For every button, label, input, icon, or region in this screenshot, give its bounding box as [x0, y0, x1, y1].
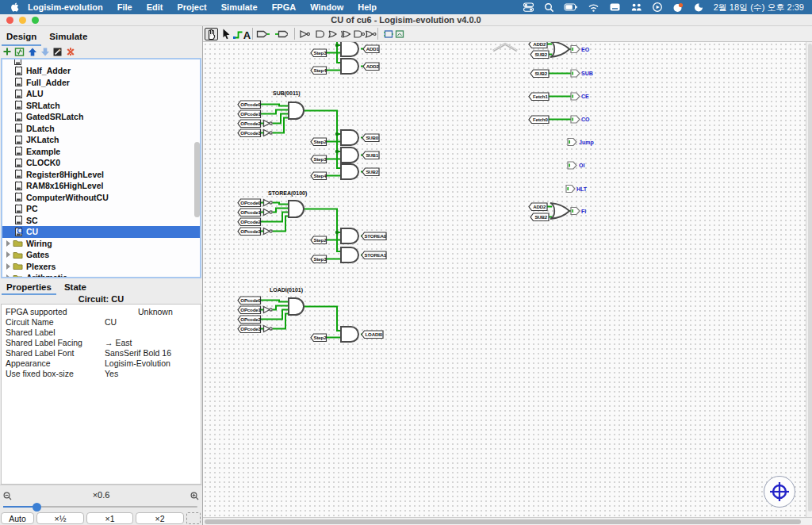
sidebar-item-register8highlevel[interactable]: Register8HighLevel: [2, 169, 200, 181]
wifi-icon[interactable]: [588, 2, 599, 13]
menu-item-fpga[interactable]: FPGA: [272, 2, 297, 12]
sidebar-item-dlatch[interactable]: DLatch: [2, 123, 200, 135]
zoom-slider-thumb[interactable]: [33, 503, 41, 512]
and-gate[interactable]: [341, 228, 358, 243]
wire[interactable]: [260, 301, 289, 302]
wire[interactable]: [304, 209, 341, 252]
or-gate[interactable]: [550, 203, 569, 219]
zoom-button-Auto[interactable]: Auto: [1, 512, 34, 524]
wire[interactable]: [260, 105, 289, 106]
sidebar-item-example[interactable]: Example: [2, 146, 200, 158]
and-gate[interactable]: [341, 148, 358, 163]
or-gate[interactable]: [550, 42, 569, 57]
canvas-vertical-scrollbar[interactable]: [806, 42, 812, 517]
edit-appearance-button[interactable]: [52, 46, 63, 58]
apple-icon[interactable]: [10, 2, 20, 13]
expand-arrow-icon[interactable]: [6, 274, 10, 278]
zoom-to-fit-button[interactable]: [764, 476, 795, 508]
sidebar-folder-wiring[interactable]: Wiring: [2, 238, 200, 250]
property-value[interactable]: → East: [105, 338, 132, 347]
move-down-button[interactable]: [40, 46, 50, 58]
property-value[interactable]: Unknown: [138, 307, 173, 316]
notification-badge-icon[interactable]: [672, 2, 684, 13]
not-gate[interactable]: [264, 228, 270, 235]
zoom-button-1[interactable]: ×1: [86, 512, 133, 524]
sidebar-item-gatedsrlatch[interactable]: GatedSRLatch: [2, 111, 200, 123]
tab-design[interactable]: Design: [0, 29, 43, 45]
play-circle-icon[interactable]: [652, 2, 663, 13]
canvas-horizontal-scrollbar[interactable]: [203, 517, 812, 525]
poke-tool[interactable]: [205, 28, 218, 40]
property-value[interactable]: CU: [105, 317, 117, 327]
zoom-slider[interactable]: [3, 506, 197, 508]
zoom-button-[interactable]: ×½: [36, 512, 84, 524]
or-gate-tool[interactable]: [327, 28, 340, 40]
sidebar-item-full_adder[interactable]: Full_Adder: [2, 77, 200, 89]
property-value[interactable]: SansSerif Bold 16: [105, 348, 171, 358]
sidebar-folder-arithmetic[interactable]: Arithmetic: [2, 272, 200, 278]
menu-item-project[interactable]: Project: [177, 2, 206, 12]
control-center-icon[interactable]: [523, 2, 534, 13]
menu-clock[interactable]: 2월 18일 (수) 오후 2:39: [714, 2, 804, 13]
property-value[interactable]: Yes: [105, 369, 118, 378]
sidebar-item-ram8x16highlevel[interactable]: RAM8x16HighLevel: [2, 180, 200, 192]
tab-simulate[interactable]: Simulate: [43, 29, 94, 45]
minimize-window-button[interactable]: [19, 17, 26, 24]
sidebar-item-sc[interactable]: SC: [2, 215, 200, 227]
menu-item-edit[interactable]: Edit: [147, 2, 163, 12]
sidebar-folder-plexers[interactable]: Plexers: [2, 261, 200, 273]
property-row[interactable]: Use fixed box-sizeYes: [2, 369, 201, 379]
tab-state[interactable]: State: [58, 280, 93, 294]
not-gate[interactable]: [264, 200, 270, 206]
property-row[interactable]: Shared Label: [2, 328, 201, 338]
idle-wire-shape[interactable]: [493, 44, 517, 52]
sidebar-item-computerwithoutcu[interactable]: ComputerWithoutCU: [2, 192, 200, 204]
move-up-button[interactable]: [27, 46, 37, 58]
not-gate-tool[interactable]: [299, 28, 312, 40]
not-gate[interactable]: [264, 209, 270, 216]
zoom-window-button[interactable]: [32, 17, 39, 24]
and-gate-4input[interactable]: [289, 298, 304, 315]
and-gate[interactable]: [341, 327, 358, 342]
keyboard-icon[interactable]: [609, 2, 621, 13]
not-gate[interactable]: [264, 130, 270, 136]
property-row[interactable]: FPGA supportedUnknown: [2, 307, 201, 317]
and-gate[interactable]: [341, 59, 358, 74]
appearance-tool[interactable]: [393, 28, 406, 40]
and-gate[interactable]: [341, 42, 358, 56]
sidebar-item-alu[interactable]: ALU: [2, 88, 200, 100]
not-gate[interactable]: [264, 121, 270, 127]
wire[interactable]: [273, 314, 289, 329]
horizontal-scroll-thumb[interactable]: [205, 519, 801, 524]
wire[interactable]: [273, 217, 289, 232]
not-gate[interactable]: [264, 326, 270, 332]
expand-arrow-icon[interactable]: [6, 240, 10, 247]
and-gate-4input[interactable]: [289, 201, 304, 217]
sidebar-item-half_adder[interactable]: Half_Adder: [2, 65, 200, 77]
and-gate-tool[interactable]: [314, 28, 327, 40]
expand-arrow-icon[interactable]: [6, 251, 10, 258]
tab-properties[interactable]: Properties: [0, 280, 58, 294]
shell-icon[interactable]: [693, 2, 704, 13]
menu-item-file[interactable]: File: [117, 2, 132, 12]
close-window-button[interactable]: [6, 17, 13, 24]
menu-item-simulate[interactable]: Simulate: [221, 2, 258, 12]
battery-icon[interactable]: [564, 2, 578, 12]
property-row[interactable]: Shared Label FontSansSerif Bold 16: [2, 348, 201, 358]
property-value[interactable]: Logisim-Evolution: [105, 358, 170, 368]
property-row[interactable]: Circuit NameCU: [2, 317, 201, 328]
property-row[interactable]: Shared Label Facing→ East: [2, 338, 201, 348]
sidebar-item-pc[interactable]: PC: [2, 203, 200, 215]
remove-circuit-button[interactable]: [65, 46, 75, 58]
expand-arrow-icon[interactable]: [6, 263, 10, 270]
not-gate[interactable]: [264, 307, 270, 313]
sidebar-item-jklatch[interactable]: JKLatch: [2, 134, 200, 146]
wire[interactable]: [304, 307, 341, 331]
vertical-scroll-thumb[interactable]: [808, 44, 812, 512]
menu-item-help[interactable]: Help: [358, 2, 377, 12]
zoom-in-icon[interactable]: [190, 489, 199, 504]
property-row[interactable]: AppearanceLogisim-Evolution: [2, 358, 201, 369]
menu-app-name[interactable]: Logisim-evolution: [28, 2, 103, 12]
fit-selection-button[interactable]: [186, 512, 201, 524]
menu-item-window[interactable]: Window: [310, 2, 343, 12]
